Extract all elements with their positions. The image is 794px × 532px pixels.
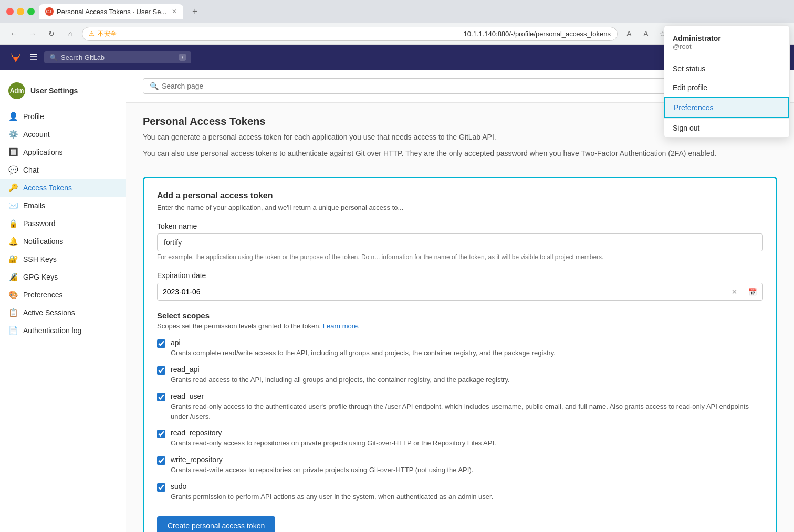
new-tab-btn[interactable]: +: [187, 4, 202, 19]
access-tokens-link[interactable]: 🔑 Access Tokens: [0, 179, 126, 197]
sidebar-item-preferences[interactable]: 🎨 Preferences: [0, 286, 126, 304]
sidebar-item-access-tokens[interactable]: 🔑 Access Tokens: [0, 179, 126, 197]
search-icon: 🔍: [150, 82, 159, 90]
scope-item-write-repository: write_repository Grants read-write acces…: [157, 455, 763, 475]
browser-tab[interactable]: GL Personal Access Tokens · User Se... ✕: [39, 4, 183, 19]
scope-item-read-user: read_user Grants read-only access to the…: [157, 392, 763, 421]
minimize-window-btn[interactable]: [17, 8, 24, 15]
sidebar-item-active-sessions[interactable]: 📋 Active Sessions: [0, 304, 126, 322]
scopes-description: Scopes set the permission levels granted…: [157, 322, 763, 330]
gitlab-logo[interactable]: [8, 50, 23, 65]
applications-label: Applications: [23, 148, 63, 156]
scope-read-repository-desc: Grants read-only access to repositories …: [171, 439, 496, 448]
dropdown-header: Administrator @root: [664, 26, 789, 59]
sidebar-item-password[interactable]: 🔒 Password: [0, 215, 126, 232]
account-label: Account: [23, 130, 50, 139]
profile-label: Profile: [23, 112, 44, 121]
sidebar-item-ssh-keys[interactable]: 🔐 SSH Keys: [0, 250, 126, 268]
sidebar-item-gpg-keys[interactable]: 🔏 GPG Keys: [0, 268, 126, 286]
scope-read-api-name: read_api: [171, 365, 510, 374]
favicon: GL: [45, 7, 54, 16]
back-btn[interactable]: ←: [6, 26, 21, 41]
calendar-btn[interactable]: 📅: [743, 285, 762, 299]
reader-mode-btn[interactable]: A: [622, 26, 636, 41]
sidebar-item-auth-log[interactable]: 📄 Authentication log: [0, 322, 126, 339]
sidebar-item-notifications[interactable]: 🔔 Notifications: [0, 232, 126, 250]
address-bar[interactable]: ⚠ 不安全 10.1.1.140:880/-/profile/personal_…: [82, 27, 618, 41]
add-token-form: Add a personal access token Enter the na…: [143, 177, 777, 532]
expiration-date-label: Expiration date: [157, 271, 763, 280]
forward-btn[interactable]: →: [25, 26, 40, 41]
sidebar-item-chat[interactable]: 💬 Chat: [0, 161, 126, 179]
clear-date-btn[interactable]: ✕: [726, 285, 743, 299]
scope-read-repository-name: read_repository: [171, 429, 496, 437]
search-icon: 🔍: [49, 54, 58, 61]
scope-read-api-checkbox[interactable]: [157, 366, 165, 375]
ssh-keys-link[interactable]: 🔐 SSH Keys: [0, 250, 126, 268]
chat-link[interactable]: 💬 Chat: [0, 161, 126, 179]
security-warning-text: 不安全: [98, 29, 461, 38]
preferences-dropdown-item[interactable]: Preferences: [664, 97, 789, 118]
applications-link[interactable]: 🔲 Applications: [0, 143, 126, 161]
user-dropdown-menu: Administrator @root Set status Edit prof…: [664, 25, 790, 138]
sidebar-item-applications[interactable]: 🔲 Applications: [0, 143, 126, 161]
gpg-keys-icon: 🔏: [8, 272, 18, 282]
auth-log-link[interactable]: 📄 Authentication log: [0, 322, 126, 339]
edit-profile-item[interactable]: Edit profile: [664, 78, 789, 97]
preferences-label: Preferences: [23, 291, 62, 299]
token-name-label: Token name: [157, 222, 763, 230]
create-token-button[interactable]: Create personal access token: [157, 516, 275, 532]
home-btn[interactable]: ⌂: [63, 26, 78, 41]
tab-title: Personal Access Tokens · User Se...: [57, 8, 166, 16]
applications-icon: 🔲: [8, 147, 18, 157]
scope-api-checkbox[interactable]: [157, 339, 165, 348]
sidebar-header: Adm User Settings: [0, 78, 126, 108]
notifications-link[interactable]: 🔔 Notifications: [0, 232, 126, 250]
scope-write-repository-name: write_repository: [171, 455, 473, 464]
sidebar-item-emails[interactable]: ✉️ Emails: [0, 197, 126, 215]
scopes-title: Select scopes: [157, 311, 763, 320]
sidebar: Adm User Settings 👤 Profile ⚙️ Account 🔲…: [0, 70, 126, 532]
token-name-input[interactable]: [157, 233, 763, 251]
gpg-keys-link[interactable]: 🔏 GPG Keys: [0, 268, 126, 286]
sidebar-title: User Settings: [30, 87, 78, 95]
gitlab-search-bar[interactable]: 🔍 Search GitLab /: [44, 51, 191, 63]
preferences-icon: 🎨: [8, 290, 18, 300]
expiration-date-input[interactable]: [158, 283, 726, 300]
reload-btn[interactable]: ↻: [44, 26, 59, 41]
security-warning-icon: ⚠: [89, 30, 95, 37]
scope-sudo-checkbox[interactable]: [157, 483, 165, 492]
maximize-window-btn[interactable]: [27, 8, 35, 15]
scope-write-repository-checkbox[interactable]: [157, 456, 165, 465]
scopes-group: Select scopes Scopes set the permission …: [157, 311, 763, 502]
sign-out-item[interactable]: Sign out: [664, 119, 789, 137]
close-window-btn[interactable]: [6, 8, 14, 15]
preferences-link[interactable]: 🎨 Preferences: [0, 286, 126, 304]
browser-window-controls: [6, 8, 35, 15]
account-icon: ⚙️: [8, 130, 18, 139]
set-status-item[interactable]: Set status: [664, 59, 789, 78]
expiration-date-group: Expiration date ✕ 📅: [157, 271, 763, 301]
dropdown-handle: @root: [673, 42, 781, 50]
chat-label: Chat: [23, 166, 39, 174]
date-input-wrapper: ✕ 📅: [157, 283, 763, 301]
emails-link[interactable]: ✉️ Emails: [0, 197, 126, 215]
sidebar-item-profile[interactable]: 👤 Profile: [0, 108, 126, 125]
account-link[interactable]: ⚙️ Account: [0, 125, 126, 143]
profile-link[interactable]: 👤 Profile: [0, 108, 126, 125]
sidebar-nav: 👤 Profile ⚙️ Account 🔲 Applications 💬: [0, 108, 126, 339]
scope-read-user-checkbox[interactable]: [157, 393, 165, 401]
translate-btn[interactable]: A: [639, 26, 653, 41]
active-sessions-link[interactable]: 📋 Active Sessions: [0, 304, 126, 322]
learn-more-link[interactable]: Learn more.: [323, 322, 360, 330]
auth-log-icon: 📄: [8, 326, 18, 335]
nav-hamburger-btn[interactable]: ☰: [27, 49, 40, 65]
notifications-icon: 🔔: [8, 237, 18, 246]
scope-read-repository-checkbox[interactable]: [157, 430, 165, 438]
dropdown-username: Administrator: [673, 34, 781, 42]
password-link[interactable]: 🔒 Password: [0, 215, 126, 232]
sidebar-item-account[interactable]: ⚙️ Account: [0, 125, 126, 143]
password-icon: 🔒: [8, 219, 18, 228]
tab-close-btn[interactable]: ✕: [172, 8, 177, 15]
sidebar-avatar: Adm: [8, 82, 25, 99]
